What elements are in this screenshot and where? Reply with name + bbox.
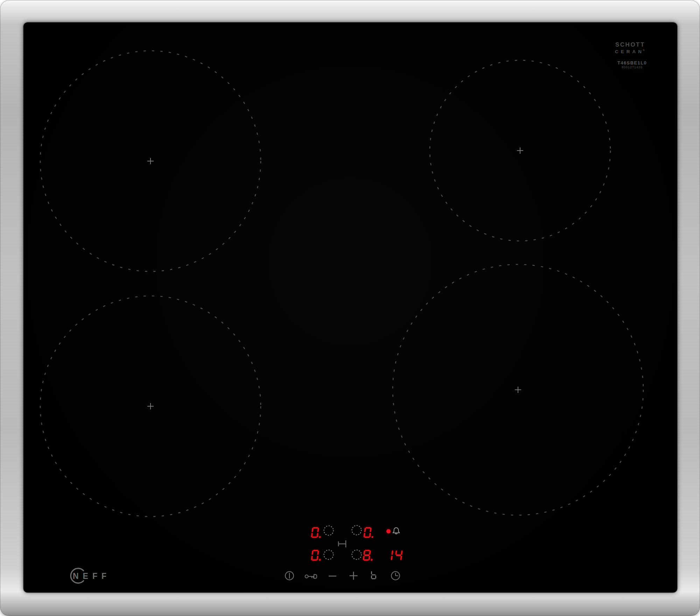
neff-logo: NEFF <box>66 566 126 587</box>
display-timer-minutes <box>386 550 405 561</box>
child-lock-key-button[interactable] <box>304 573 318 580</box>
timer-active-led <box>386 529 391 533</box>
cooking-zones-layer <box>23 22 677 593</box>
serial-number-text: 8001271426 <box>622 65 643 69</box>
zone-center-cross-icon <box>147 403 154 409</box>
display-front-right-level <box>363 550 373 561</box>
display-front-left-level <box>312 550 321 561</box>
bridge-transfer-icon <box>337 540 348 548</box>
display-back-right-level <box>364 527 373 538</box>
zone-select-button[interactable] <box>371 570 376 579</box>
alarm-bell-icon <box>391 526 401 536</box>
glass-product-text: CERAN® <box>615 49 645 54</box>
timer-clock-button[interactable] <box>390 570 401 581</box>
power-button[interactable] <box>284 570 295 581</box>
neff-wordmark: NEFF <box>73 572 111 581</box>
ceran-wordmark: CERAN <box>615 49 644 54</box>
model-number-text: T46SBE1L0 <box>617 60 647 65</box>
zone-center-cross-icon <box>515 387 521 393</box>
zone-indicator-ring <box>322 525 335 537</box>
zone-center-cross-icon <box>517 147 523 154</box>
display-back-left-level <box>312 527 321 538</box>
zone-indicator-ring <box>350 549 363 561</box>
zone-indicator-ring <box>322 549 335 561</box>
zone-indicator-ring <box>350 524 363 537</box>
zone-center-cross-icon <box>147 158 154 164</box>
product-photo-induction-hob: SCHOTT CERAN® T46SBE1L0 8001271426 <box>0 0 700 616</box>
registered-mark: ® <box>643 49 645 52</box>
increase-plus-button[interactable] <box>348 570 359 581</box>
decrease-minus-button[interactable] <box>328 572 337 581</box>
glass-maker-text: SCHOTT <box>615 41 645 48</box>
